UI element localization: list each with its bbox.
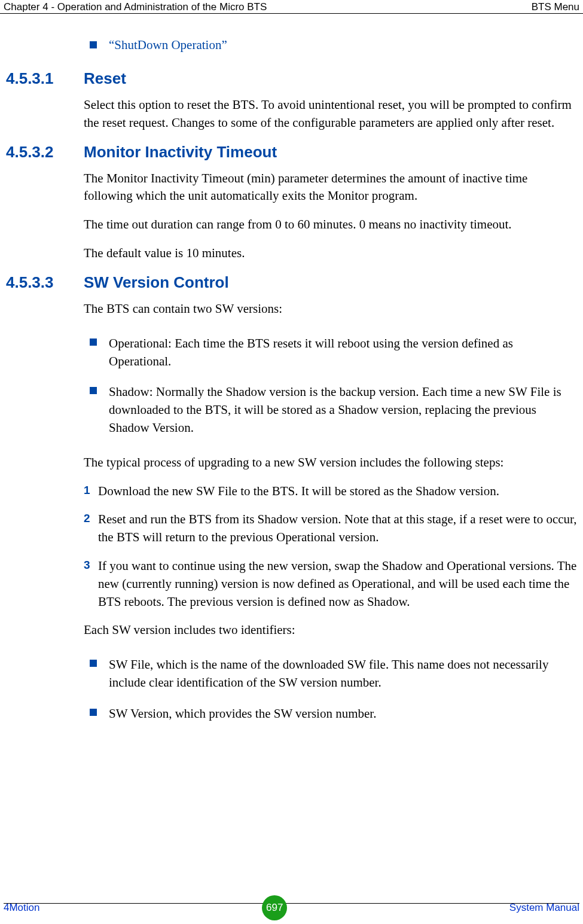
bullet-text: Shadow: Normally the Shadow version is t… bbox=[109, 383, 577, 437]
body-text: The Monitor Inactivity Timeout (min) par… bbox=[84, 170, 577, 206]
step-number: 1 bbox=[84, 484, 98, 497]
footer-left: 4Motion bbox=[4, 902, 39, 914]
page-footer: 4Motion 697 System Manual bbox=[0, 895, 583, 920]
step-item: 1 Download the new SW File to the BTS. I… bbox=[84, 483, 577, 501]
step-text: If you want to continue using the new ve… bbox=[98, 557, 577, 611]
square-bullet-icon bbox=[90, 387, 97, 394]
header-right: BTS Menu bbox=[532, 1, 579, 13]
body-text: The time out duration can range from 0 t… bbox=[84, 216, 577, 234]
section-number: 4.5.3.2 bbox=[6, 143, 84, 161]
step-number: 2 bbox=[84, 512, 98, 525]
body-text: The typical process of upgrading to a ne… bbox=[84, 454, 577, 472]
square-bullet-icon bbox=[90, 709, 97, 716]
bullet-item: Shadow: Normally the Shadow version is t… bbox=[90, 383, 577, 437]
page-content: “ShutDown Operation” 4.5.3.1 Reset Selec… bbox=[0, 14, 583, 723]
section-number: 4.5.3.1 bbox=[6, 69, 84, 88]
bullet-item: SW Version, which provides the SW versio… bbox=[90, 705, 577, 723]
section-title: Monitor Inactivity Timeout bbox=[84, 143, 277, 161]
step-item: 3 If you want to continue using the new … bbox=[84, 557, 577, 611]
square-bullet-icon bbox=[90, 41, 97, 48]
page-header: Chapter 4 - Operation and Administration… bbox=[0, 0, 583, 14]
step-text: Download the new SW File to the BTS. It … bbox=[98, 483, 499, 501]
step-number: 3 bbox=[84, 559, 98, 572]
bullet-item: Operational: Each time the BTS resets it… bbox=[90, 335, 577, 371]
body-text: The BTS can contain two SW versions: bbox=[84, 300, 577, 318]
body-text: The default value is 10 minutes. bbox=[84, 245, 577, 263]
section-heading-reset: 4.5.3.1 Reset bbox=[6, 69, 577, 88]
section-heading-swversion: 4.5.3.3 SW Version Control bbox=[6, 273, 577, 292]
page-number-badge: 697 bbox=[262, 895, 287, 920]
section-title: Reset bbox=[84, 69, 126, 88]
bullet-text: SW File, which is the name of the downlo… bbox=[109, 656, 577, 692]
step-text: Reset and run the BTS from its Shadow ve… bbox=[98, 511, 577, 547]
square-bullet-icon bbox=[90, 339, 97, 346]
bullet-item: SW File, which is the name of the downlo… bbox=[90, 656, 577, 692]
step-item: 2 Reset and run the BTS from its Shadow … bbox=[84, 511, 577, 547]
section-heading-monitor: 4.5.3.2 Monitor Inactivity Timeout bbox=[6, 143, 577, 161]
xref-link-shutdown[interactable]: “ShutDown Operation” bbox=[109, 38, 227, 53]
square-bullet-icon bbox=[90, 660, 97, 667]
body-text: Select this option to reset the BTS. To … bbox=[84, 96, 577, 132]
xref-bullet: “ShutDown Operation” bbox=[90, 38, 577, 53]
footer-right: System Manual bbox=[509, 902, 579, 914]
section-title: SW Version Control bbox=[84, 273, 229, 292]
bullet-text: SW Version, which provides the SW versio… bbox=[109, 705, 376, 723]
body-text: Each SW version includes two identifiers… bbox=[84, 621, 577, 639]
header-left: Chapter 4 - Operation and Administration… bbox=[4, 1, 267, 13]
bullet-text: Operational: Each time the BTS resets it… bbox=[109, 335, 577, 371]
section-number: 4.5.3.3 bbox=[6, 273, 84, 292]
